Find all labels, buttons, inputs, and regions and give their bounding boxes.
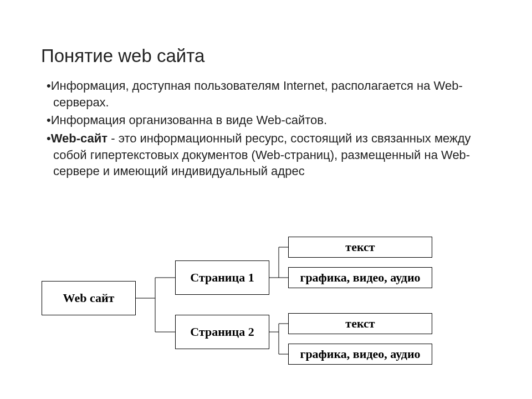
bullet-item: Информация организованна в виде Web-сайт… — [33, 112, 499, 129]
bullet-list: Информация, доступная пользователям Inte… — [33, 78, 499, 180]
slide-content: Понятие web сайта Информация, доступная … — [0, 0, 532, 180]
diagram-node-leaf: графика, видео, аудио — [288, 267, 432, 288]
slide-title: Понятие web сайта — [41, 45, 499, 66]
bullet-item: Web-сайт - это информационный ресурс, со… — [33, 130, 499, 180]
diagram-node-page2: Страница 2 — [175, 315, 269, 349]
diagram-node-leaf: текст — [288, 237, 432, 258]
bullet-item: Информация, доступная пользователям Inte… — [33, 78, 499, 110]
diagram-node-leaf: текст — [288, 313, 432, 334]
bold-term: Web-сайт — [51, 131, 108, 145]
diagram-node-root: Web сайт — [42, 281, 136, 315]
bullet-text: - это информационный ресурс, состоящий и… — [53, 131, 471, 178]
diagram-node-page1: Страница 1 — [175, 260, 269, 295]
diagram-node-leaf: графика, видео, аудио — [288, 344, 432, 365]
